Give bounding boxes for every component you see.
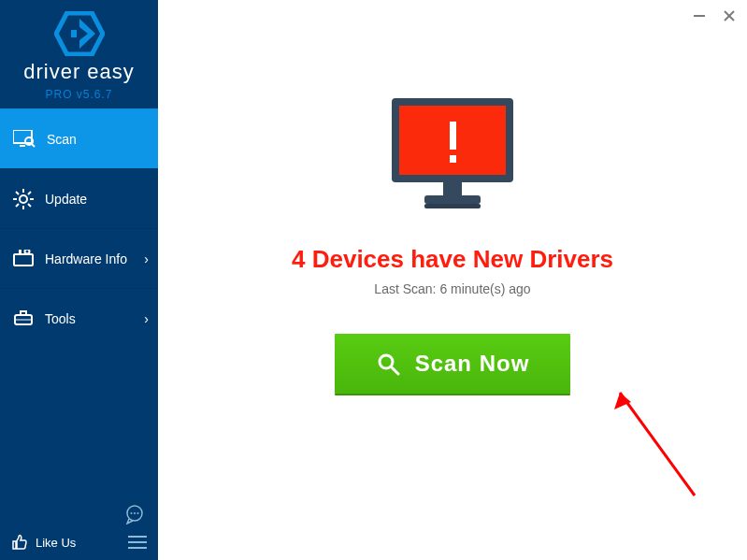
sidebar-item-label: Update <box>45 192 87 207</box>
svg-rect-35 <box>443 182 462 195</box>
sidebar-footer: Like Us <box>0 495 158 560</box>
logo-area: driver easy PRO v5.6.7 <box>0 0 158 108</box>
svg-line-6 <box>32 144 35 147</box>
svg-rect-39 <box>450 155 456 163</box>
svg-rect-4 <box>20 145 25 147</box>
sidebar-item-update[interactable]: Update <box>0 168 158 228</box>
feedback-icon[interactable] <box>124 504 145 524</box>
content-area: 4 Devices have New Drivers Last Scan: 6 … <box>158 0 747 394</box>
svg-rect-16 <box>14 254 33 266</box>
menu-icon[interactable] <box>128 535 147 550</box>
sidebar-item-tools[interactable]: Tools › <box>0 288 158 348</box>
chevron-right-icon: › <box>144 311 149 326</box>
svg-rect-21 <box>21 311 26 315</box>
scan-now-button[interactable]: Scan Now <box>335 334 571 394</box>
scan-now-label: Scan Now <box>415 351 530 377</box>
logo-icon <box>54 11 105 56</box>
tools-icon <box>13 309 34 328</box>
like-us-button[interactable]: Like Us <box>11 534 76 551</box>
last-scan-text: Last Scan: 6 minute(s) ago <box>374 281 530 296</box>
svg-rect-37 <box>424 204 481 208</box>
hardware-icon: i <box>13 250 34 268</box>
svg-point-24 <box>131 512 133 514</box>
svg-point-7 <box>20 195 27 203</box>
svg-marker-1 <box>79 19 95 49</box>
status-text: 4 Devices have New Drivers <box>292 245 613 274</box>
sidebar: driver easy PRO v5.6.7 Scan <box>0 0 158 560</box>
sidebar-nav: Scan Update <box>0 108 158 348</box>
svg-line-12 <box>16 192 19 194</box>
svg-rect-36 <box>424 195 481 204</box>
app-window: driver easy PRO v5.6.7 Scan <box>0 0 747 560</box>
monitor-search-icon <box>13 130 36 149</box>
like-us-label: Like Us <box>36 536 76 550</box>
svg-line-14 <box>28 192 31 194</box>
chevron-right-icon: › <box>144 251 149 266</box>
sidebar-item-label: Hardware Info <box>45 251 127 266</box>
svg-point-40 <box>380 355 393 368</box>
sidebar-item-hardware-info[interactable]: i Hardware Info › <box>0 228 158 288</box>
svg-line-41 <box>392 367 398 374</box>
svg-rect-2 <box>71 30 77 37</box>
thumbs-up-icon <box>11 534 28 551</box>
svg-rect-38 <box>450 122 456 150</box>
svg-text:i: i <box>27 250 28 254</box>
svg-line-42 <box>620 393 695 495</box>
gear-icon <box>13 189 34 209</box>
window-controls <box>689 6 740 26</box>
search-icon <box>376 352 400 376</box>
close-button[interactable] <box>719 6 740 26</box>
monitor-alert-icon <box>382 93 523 215</box>
sidebar-item-label: Tools <box>45 311 76 326</box>
sidebar-item-scan[interactable]: Scan <box>0 108 158 168</box>
svg-line-15 <box>16 204 19 207</box>
version-label: PRO v5.6.7 <box>45 88 112 101</box>
svg-rect-17 <box>19 250 22 254</box>
svg-point-26 <box>137 512 139 514</box>
minimize-button[interactable] <box>689 6 710 26</box>
svg-point-25 <box>134 512 136 514</box>
sidebar-item-label: Scan <box>47 132 77 147</box>
main-panel: 4 Devices have New Drivers Last Scan: 6 … <box>158 0 747 560</box>
svg-line-13 <box>28 204 31 207</box>
annotation-arrow-icon <box>601 383 704 505</box>
brand-name: driver easy <box>23 60 135 84</box>
